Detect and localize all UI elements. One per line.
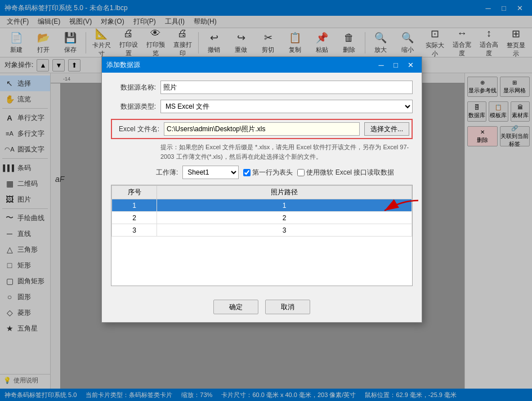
data-table-area: 序号 照片路径 1 1 2 [111, 185, 413, 286]
add-datasource-dialog: 添加数据源 ─ □ ✕ 数据源名称: 数据源类型: MS Ex [101, 56, 422, 323]
dialog-body: 数据源名称: 数据源类型: MS Excel 文件 CSV文件 数据库 Exce… [102, 73, 422, 294]
table-row[interactable]: 1 1 [112, 199, 412, 212]
use-ms-excel-checkbox[interactable] [297, 169, 305, 176]
first-row-header-label[interactable]: 第一行为表头 [243, 168, 293, 177]
dialog-title-controls: ─ □ ✕ [374, 58, 417, 72]
worksheet-select[interactable]: Sheet1 Sheet2 [182, 166, 239, 179]
file-label: Excel 文件名: [114, 124, 159, 134]
type-row: 数据源类型: MS Excel 文件 CSV文件 数据库 [111, 100, 413, 113]
dialog-title: 添加数据源 [106, 60, 140, 70]
name-row: 数据源名称: [111, 81, 413, 94]
type-select[interactable]: MS Excel 文件 CSV文件 数据库 [160, 100, 413, 113]
col-num-header: 序号 [112, 186, 157, 199]
table-row[interactable]: 3 3 [112, 224, 412, 237]
arrow-annotation [379, 195, 424, 223]
worksheet-label: 工作薄: [156, 168, 178, 177]
dialog-minimize-button[interactable]: ─ [374, 58, 388, 72]
table-container: 序号 照片路径 1 1 2 [111, 185, 413, 286]
table-row[interactable]: 2 2 [112, 212, 412, 224]
name-input[interactable] [160, 81, 413, 94]
dialog-close-button[interactable]: ✕ [404, 58, 417, 72]
data-table: 序号 照片路径 1 1 2 [111, 185, 412, 237]
type-label: 数据源类型: [111, 102, 156, 112]
name-label: 数据源名称: [111, 83, 156, 92]
dialog-title-bar: 添加数据源 ─ □ ✕ [102, 57, 422, 73]
select-file-button[interactable]: 选择文件... [364, 122, 409, 136]
col-path-header: 照片路径 [157, 186, 412, 199]
main-window: 神奇条码标签打印系统 5.0 - 未命名1.lbcp ─ □ ✕ 文件(F) 编… [0, 0, 532, 401]
file-input[interactable] [164, 122, 360, 136]
dialog-footer: 确定 取消 [102, 294, 422, 322]
hint-text: 提示：如果您的 Excel 文件后缀是 *.xlsx，请先用 Excel 软件打… [160, 142, 413, 161]
dialog-overlay: 添加数据源 ─ □ ✕ 数据源名称: 数据源类型: MS Ex [0, 0, 532, 401]
worksheet-row: 工作薄: Sheet1 Sheet2 第一行为表头 使用微软 Excel 接口读… [111, 166, 413, 179]
first-row-header-checkbox[interactable] [243, 169, 251, 176]
dialog-maximize-button[interactable]: □ [389, 58, 403, 72]
cancel-button[interactable]: 取消 [265, 300, 310, 314]
use-ms-excel-label[interactable]: 使用微软 Excel 接口读取数据 [297, 168, 394, 177]
file-row: Excel 文件名: 选择文件... [111, 119, 413, 139]
ok-button[interactable]: 确定 [213, 300, 258, 314]
